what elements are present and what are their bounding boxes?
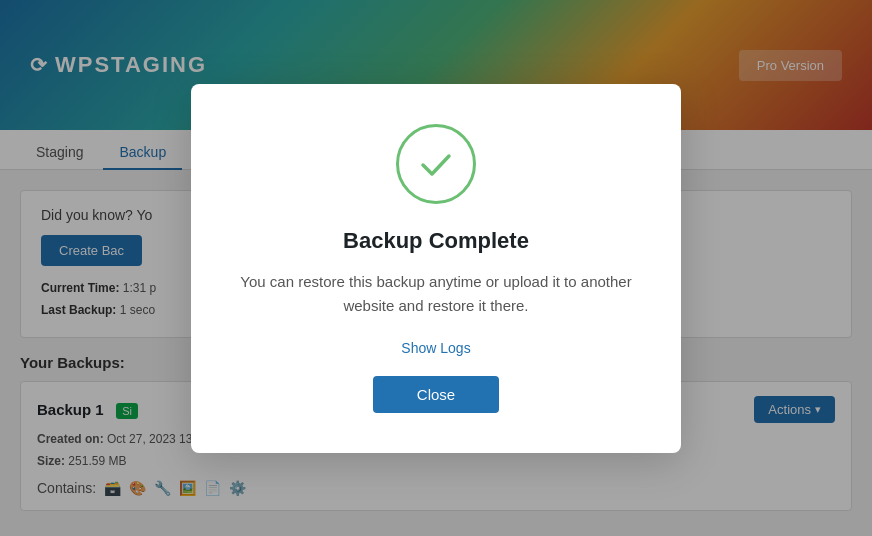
modal-overlay: Backup Complete You can restore this bac… — [0, 0, 872, 536]
close-button[interactable]: Close — [373, 376, 499, 413]
show-logs-link[interactable]: Show Logs — [235, 340, 637, 356]
modal-description: You can restore this backup anytime or u… — [235, 270, 637, 318]
checkmark-icon — [415, 143, 457, 185]
modal-title: Backup Complete — [235, 228, 637, 254]
success-icon-circle — [396, 124, 476, 204]
modal-dialog: Backup Complete You can restore this bac… — [191, 84, 681, 453]
